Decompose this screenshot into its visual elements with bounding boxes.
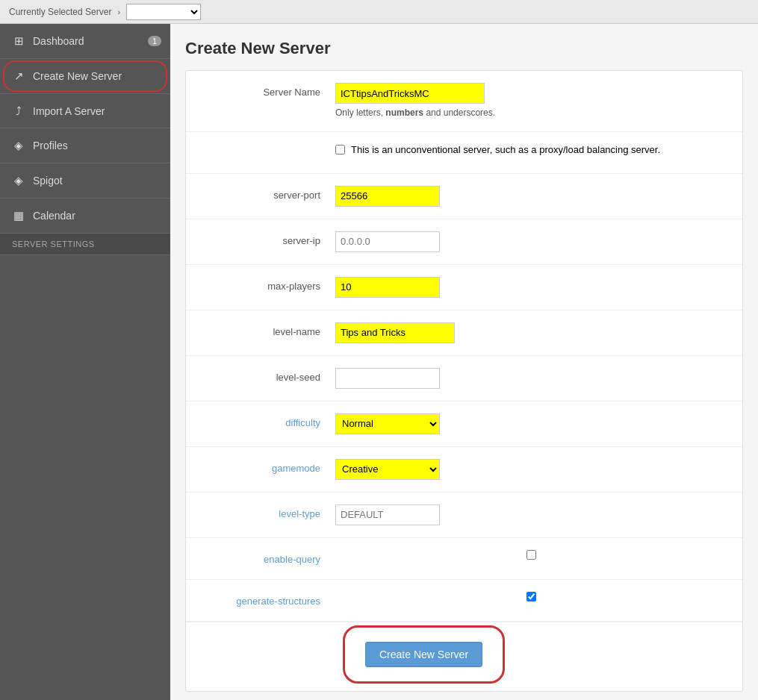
profiles-icon: ◈ (12, 139, 25, 152)
import-icon: ⤴ (12, 104, 25, 117)
sidebar-label-profiles: Profiles (33, 140, 68, 151)
form-row-server-ip: server-ip (186, 219, 742, 265)
input-area-difficulty: Peaceful Easy Normal Hard (335, 413, 727, 434)
level-seed-input[interactable] (335, 368, 440, 389)
spigot-icon: ◈ (12, 174, 25, 187)
unconventional-label: This is an unconventional server, such a… (351, 144, 660, 155)
label-unconventional (201, 144, 335, 148)
calendar-icon: ▦ (12, 209, 25, 222)
enable-query-checkbox[interactable] (335, 550, 727, 560)
level-name-input[interactable] (335, 322, 455, 343)
form-row-gamemode: gamemode Survival Creative Adventure Spe… (186, 447, 742, 493)
input-area-level-seed (335, 368, 727, 389)
unconventional-checkbox[interactable] (335, 145, 345, 154)
server-name-hint: Only letters, numbers and underscores. (335, 107, 727, 119)
level-type-input[interactable] (335, 504, 440, 525)
sidebar-item-import-server[interactable]: ⤴ Import A Server (0, 94, 170, 128)
create-server-icon: ↗ (12, 69, 25, 83)
sidebar-item-calendar[interactable]: ▦ Calendar (0, 199, 170, 234)
form-row-level-type: level-type (186, 493, 742, 538)
label-server-ip: server-ip (201, 231, 335, 246)
form-row-server-name: Server Name Only letters, numbers and un… (186, 71, 742, 132)
label-generate-structures: generate-structures (201, 592, 335, 607)
difficulty-select[interactable]: Peaceful Easy Normal Hard (335, 413, 440, 434)
sidebar-item-create-new-server[interactable]: ↗ Create New Server (0, 59, 170, 94)
label-difficulty: difficulty (201, 413, 335, 428)
sidebar-section-label: SERVER SETTINGS (0, 234, 170, 255)
input-area-level-type (335, 504, 727, 525)
sidebar-label-import-server: Import A Server (33, 105, 105, 117)
form-card: Server Name Only letters, numbers and un… (185, 70, 743, 692)
sidebar-label-spigot: Spigot (33, 175, 63, 187)
label-server-name: Server Name (201, 83, 335, 98)
server-selector[interactable] (126, 4, 201, 20)
main-content: Create New Server Server Name Only lette… (170, 24, 758, 700)
label-level-name: level-name (201, 322, 335, 337)
dashboard-icon: ⊞ (12, 34, 25, 48)
label-enable-query: enable-query (201, 550, 335, 565)
sidebar-item-spigot[interactable]: ◈ Spigot (0, 163, 170, 199)
label-gamemode: gamemode (201, 459, 335, 474)
top-bar-label: Currently Selected Server (9, 7, 111, 17)
form-row-server-port: server-port (186, 174, 742, 219)
top-bar: Currently Selected Server › (0, 0, 758, 24)
unconventional-checkbox-wrapper: This is an unconventional server, such a… (335, 144, 727, 155)
label-level-type: level-type (201, 504, 335, 519)
form-row-level-seed: level-seed (186, 356, 742, 401)
input-area-server-port (335, 186, 727, 207)
input-area-generate-structures (335, 592, 727, 601)
sidebar-label-calendar: Calendar (33, 210, 75, 222)
server-name-input[interactable] (335, 83, 485, 104)
layout: ⊞ Dashboard 1 ↗ Create New Server ⤴ Impo… (0, 24, 758, 700)
form-row-unconventional: This is an unconventional server, such a… (186, 132, 742, 174)
dashboard-badge: 1 (148, 36, 161, 46)
page-title: Create New Server (185, 39, 743, 58)
label-level-seed: level-seed (201, 368, 335, 383)
server-ip-input[interactable] (335, 231, 440, 252)
sidebar-item-dashboard[interactable]: ⊞ Dashboard 1 (0, 24, 170, 59)
server-port-input[interactable] (335, 186, 440, 207)
sidebar-item-profiles[interactable]: ◈ Profiles (0, 128, 170, 163)
input-area-gamemode: Survival Creative Adventure Spectator (335, 459, 727, 480)
label-server-port: server-port (201, 186, 335, 201)
input-area-server-name: Only letters, numbers and underscores. (335, 83, 727, 119)
input-area-enable-query (335, 550, 727, 560)
create-new-server-button[interactable]: Create New Server (365, 642, 482, 667)
form-row-enable-query: enable-query (186, 538, 742, 580)
submit-wrapper: Create New Server (186, 622, 742, 691)
gamemode-select[interactable]: Survival Creative Adventure Spectator (335, 459, 440, 480)
label-max-players: max-players (201, 277, 335, 292)
sidebar-label-dashboard: Dashboard (33, 35, 84, 47)
form-row-generate-structures: generate-structures (186, 580, 742, 622)
input-area-server-ip (335, 231, 727, 252)
create-server-button-wrapper: Create New Server (350, 630, 497, 679)
max-players-input[interactable] (335, 277, 440, 298)
sidebar-label-create-new-server: Create New Server (33, 70, 122, 82)
generate-structures-checkbox[interactable] (335, 592, 727, 601)
sidebar: ⊞ Dashboard 1 ↗ Create New Server ⤴ Impo… (0, 24, 170, 700)
input-area-level-name (335, 322, 727, 343)
form-row-difficulty: difficulty Peaceful Easy Normal Hard (186, 401, 742, 447)
input-area-max-players (335, 277, 727, 298)
form-row-max-players: max-players (186, 265, 742, 310)
top-bar-chevron: › (117, 7, 120, 16)
input-area-unconventional: This is an unconventional server, such a… (335, 144, 727, 155)
form-row-level-name: level-name (186, 310, 742, 356)
